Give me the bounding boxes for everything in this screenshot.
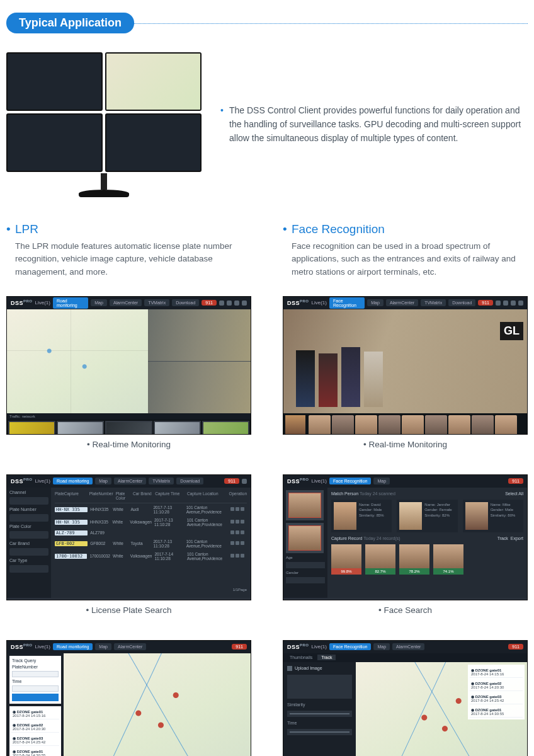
capture-card[interactable]: 74.1%	[433, 544, 463, 575]
minimize-icon[interactable]	[511, 301, 516, 306]
settings-icon[interactable]	[219, 301, 224, 306]
table-row[interactable]: GFB·002GFB002WhiteToyota2017-7-13 11:10:…	[55, 537, 247, 550]
close-icon[interactable]	[242, 301, 247, 306]
tab-download[interactable]: Download	[172, 299, 199, 306]
user-icon[interactable]	[227, 301, 232, 306]
alert-badge[interactable]: 911	[508, 478, 523, 484]
tab-face-recognition[interactable]: Face Recognition	[329, 478, 371, 484]
vehicle-card[interactable]: HH NX 335	[202, 421, 249, 435]
result-item[interactable]: ◉ DZONE gate012017-8-24 14:30:55	[11, 748, 59, 756]
tab-alarmcenter[interactable]: AlarmCenter	[386, 299, 418, 306]
tab-download[interactable]: Download	[448, 299, 475, 306]
close-icon[interactable]	[518, 301, 523, 306]
upload-image-button[interactable]: Upload Image	[287, 666, 352, 671]
col-header[interactable]: PlateNumber	[89, 491, 113, 500]
face-live-view[interactable]: GL	[283, 309, 527, 413]
capture-card[interactable]: 82.7%	[365, 544, 395, 575]
tab-road-monitoring[interactable]: Road monitoring	[53, 297, 88, 309]
face-thumb[interactable]	[495, 415, 517, 435]
tab-map[interactable]: Map	[373, 643, 390, 650]
filter-input[interactable]	[286, 562, 325, 568]
filter-input[interactable]	[9, 497, 48, 505]
tab-alarmcenter[interactable]: AlarmCenter	[114, 643, 146, 650]
filter-input[interactable]	[286, 577, 325, 583]
face-thumb[interactable]	[448, 415, 470, 435]
similarity-slider[interactable]	[287, 711, 352, 717]
match-card[interactable]: Name: JenniferGender: FemaleSimilarity: …	[397, 500, 457, 532]
tab-map[interactable]: Map	[373, 478, 390, 484]
app-bar[interactable]: DSSPRO Live(1) Face Recognition Map 911	[283, 475, 527, 488]
tab-alarmcenter[interactable]: AlarmCenter	[114, 478, 146, 484]
result-item[interactable]: ◉ DZONE gate022017-8-24 14:20:30	[11, 721, 59, 733]
vehicle-card[interactable]: HH NX 335	[154, 421, 201, 435]
app-bar[interactable]: DSSPRO Live(1) Road monitoring Map Alarm…	[7, 475, 251, 488]
table-row[interactable]: 1700·10032170010032WhiteVolkswagen2017-7…	[55, 550, 247, 563]
result-item[interactable]: ◉ DZONE gate012017-8-24 14:30:55	[470, 706, 523, 718]
tab-map[interactable]: Map	[95, 478, 111, 484]
user-icon[interactable]	[503, 301, 508, 306]
app-bar[interactable]: DSSPRO Live(1) Face Recognition Map Alar…	[283, 297, 527, 309]
result-item[interactable]: ◉ DZONE gate022017-8-24 14:20:30	[470, 680, 523, 691]
tab-tvmatrix[interactable]: TVMatrix	[421, 299, 446, 306]
face-thumb[interactable]	[425, 415, 447, 435]
result-item[interactable]: ◉ DZONE gate012017-8-24 14:15:16	[11, 708, 59, 719]
alert-badge[interactable]: 911	[508, 644, 523, 650]
tab-map[interactable]: Map	[91, 299, 107, 306]
alert-badge[interactable]: 911	[478, 300, 493, 306]
tab-road-monitoring[interactable]: Road monitoring	[53, 478, 93, 484]
tab-road-monitoring[interactable]: Road monitoring	[53, 643, 93, 650]
col-header[interactable]: Car Brand	[133, 491, 152, 500]
vehicle-card[interactable]: HH NX 335	[105, 421, 152, 435]
face-thumb[interactable]	[402, 415, 424, 435]
filter-input[interactable]	[9, 548, 48, 556]
capture-card[interactable]: 78.2%	[399, 544, 429, 575]
subtab-track[interactable]: Track	[317, 655, 336, 660]
filter-input[interactable]	[9, 531, 48, 539]
time-range-input[interactable]	[287, 729, 352, 735]
match-card[interactable]: Name: MikeGender: MaleSimilarity: 80%	[463, 500, 523, 532]
query-face-image[interactable]	[286, 523, 324, 553]
app-bar[interactable]: DSSPRO Live(1) Road monitoring Map Alarm…	[7, 297, 251, 309]
match-card[interactable]: Name: DavidGender: MaleSimilarity: 85%	[331, 500, 392, 532]
tab-face-recognition[interactable]: Face Recognition	[329, 643, 371, 650]
export-button[interactable]: Export	[511, 536, 523, 541]
tab-map[interactable]: Map	[367, 299, 383, 306]
result-item[interactable]: ◉ DZONE gate012017-8-24 14:15:16	[470, 667, 523, 678]
face-thumb[interactable]	[309, 415, 331, 435]
tab-alarmcenter[interactable]: AlarmCenter	[392, 643, 424, 650]
app-bar[interactable]: DSSPRO Live(1) Road monitoring Map Alarm…	[7, 641, 251, 653]
settings-icon[interactable]	[496, 301, 501, 306]
face-thumb[interactable]	[378, 415, 401, 435]
settings-icon[interactable]	[242, 479, 247, 484]
lpr-traffic-feeds[interactable]	[148, 309, 251, 413]
vehicle-card[interactable]: HH NX 335	[57, 421, 104, 435]
col-header[interactable]: Operation	[229, 491, 247, 500]
capture-card[interactable]: 99.8%	[331, 544, 361, 575]
table-row[interactable]: ALZ·789ALZ789	[55, 529, 247, 537]
subtab-thumbnails[interactable]: Thumbnails	[286, 655, 316, 660]
tab-alarmcenter[interactable]: AlarmCenter	[110, 299, 142, 306]
plate-input[interactable]	[12, 671, 59, 677]
tab-download[interactable]: Download	[176, 478, 203, 484]
alert-badge[interactable]: 911	[224, 478, 239, 484]
tab-tvmatrix[interactable]: TVMatrix	[144, 299, 169, 306]
alert-badge[interactable]: 911	[232, 644, 247, 650]
person-track-map[interactable]: ◉ DZONE gate012017-8-24 14:15:16◉ DZONE …	[356, 662, 527, 756]
track-button[interactable]: Track	[497, 536, 508, 541]
col-header[interactable]: Capture Location	[187, 491, 226, 500]
pagination[interactable]: 1/1Page	[55, 588, 247, 592]
vehicle-card[interactable]: HH NX 335	[8, 421, 55, 435]
result-item[interactable]: ◉ DZONE gate032017-8-24 14:25:42	[11, 735, 59, 746]
col-header[interactable]: PlateCapture	[55, 491, 87, 500]
face-thumb[interactable]	[472, 415, 494, 435]
table-row[interactable]: HH·NX 335HHNX335WhiteVolkswagen2017-7-13…	[55, 516, 247, 529]
query-face-image[interactable]	[286, 490, 324, 520]
lpr-map-panel[interactable]	[7, 309, 148, 413]
tab-tvmatrix[interactable]: TVMatrix	[149, 478, 174, 484]
result-item[interactable]: ◉ DZONE gate032017-8-24 14:25:42	[470, 693, 523, 704]
tab-map[interactable]: Map	[95, 643, 111, 650]
tab-face-recognition[interactable]: Face Recognition	[329, 297, 365, 309]
search-button[interactable]	[12, 694, 59, 701]
filter-input[interactable]	[9, 565, 48, 573]
time-input[interactable]	[12, 685, 59, 692]
